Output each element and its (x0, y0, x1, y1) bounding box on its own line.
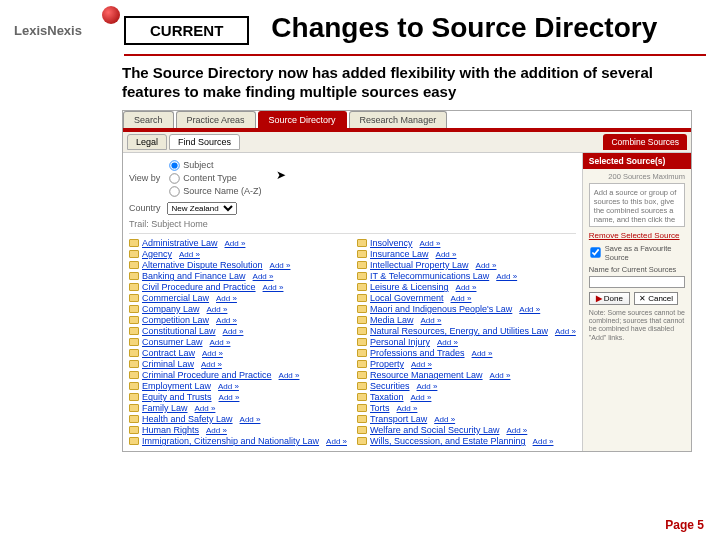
category-link[interactable]: Torts (370, 403, 390, 413)
category-link[interactable]: Agency (142, 249, 172, 259)
category-link[interactable]: Human Rights (142, 425, 199, 435)
category-link[interactable]: Commercial Law (142, 293, 209, 303)
add-link[interactable]: Add » (533, 437, 554, 446)
add-link[interactable]: Add » (223, 327, 244, 336)
add-link[interactable]: Add » (218, 382, 239, 391)
category-link[interactable]: Leisure & Licensing (370, 282, 449, 292)
add-link[interactable]: Add » (437, 338, 458, 347)
category-link[interactable]: Professions and Trades (370, 348, 465, 358)
add-link[interactable]: Add » (179, 250, 200, 259)
category-link[interactable]: Civil Procedure and Practice (142, 282, 256, 292)
viewby-option[interactable]: Source Name (A-Z) (168, 185, 261, 198)
add-link[interactable]: Add » (417, 382, 438, 391)
category-link[interactable]: Insurance Law (370, 249, 429, 259)
add-link[interactable]: Add » (225, 239, 246, 248)
category-link[interactable]: Equity and Trusts (142, 392, 212, 402)
add-link[interactable]: Add » (397, 404, 418, 413)
remove-selected-link[interactable]: Remove Selected Source (589, 231, 685, 240)
add-link[interactable]: Add » (434, 415, 455, 424)
category-link[interactable]: Transport Law (370, 414, 427, 424)
folder-icon (129, 250, 139, 258)
add-link[interactable]: Add » (490, 371, 511, 380)
category-link[interactable]: Company Law (142, 304, 200, 314)
name-input[interactable] (589, 276, 685, 288)
tab-source-directory[interactable]: Source Directory (258, 111, 347, 128)
viewby-radio[interactable] (170, 160, 180, 170)
add-link[interactable]: Add » (555, 327, 576, 336)
add-link[interactable]: Add » (421, 316, 442, 325)
folder-icon (129, 415, 139, 423)
tab-practice-areas[interactable]: Practice Areas (176, 111, 256, 128)
add-link[interactable]: Add » (216, 294, 237, 303)
category-link[interactable]: Media Law (370, 315, 414, 325)
category-link[interactable]: Family Law (142, 403, 188, 413)
category-link[interactable]: Welfare and Social Security Law (370, 425, 499, 435)
viewby-radio[interactable] (170, 173, 180, 183)
add-link[interactable]: Add » (195, 404, 216, 413)
category-link[interactable]: Immigration, Citizenship and Nationality… (142, 436, 319, 446)
category-link[interactable]: Administrative Law (142, 238, 218, 248)
category-link[interactable]: Natural Resources, Energy, and Utilities… (370, 326, 548, 336)
add-link[interactable]: Add » (519, 305, 540, 314)
country-select[interactable]: New Zealand (167, 202, 237, 215)
brand-globe-icon (102, 6, 120, 24)
category-link[interactable]: Banking and Finance Law (142, 271, 246, 281)
add-link[interactable]: Add » (201, 360, 222, 369)
category-link[interactable]: Criminal Procedure and Practice (142, 370, 272, 380)
category-link[interactable]: Taxation (370, 392, 404, 402)
category-link[interactable]: Consumer Law (142, 337, 203, 347)
category-link[interactable]: Employment Law (142, 381, 211, 391)
category-link[interactable]: Resource Management Law (370, 370, 483, 380)
add-link[interactable]: Add » (451, 294, 472, 303)
category-row: Transport LawAdd » (357, 414, 576, 425)
category-link[interactable]: Competition Law (142, 315, 209, 325)
viewby-radio[interactable] (170, 186, 180, 196)
add-link[interactable]: Add » (210, 338, 231, 347)
add-link[interactable]: Add » (253, 272, 274, 281)
category-link[interactable]: Property (370, 359, 404, 369)
category-link[interactable]: Maori and Indigenous People's Law (370, 304, 512, 314)
add-link[interactable]: Add » (506, 426, 527, 435)
done-button[interactable]: ▶Done (589, 292, 630, 305)
category-link[interactable]: IT & Telecommunications Law (370, 271, 489, 281)
add-link[interactable]: Add » (270, 261, 291, 270)
add-link[interactable]: Add » (216, 316, 237, 325)
category-link[interactable]: Insolvency (370, 238, 413, 248)
category-link[interactable]: Securities (370, 381, 410, 391)
viewby-option[interactable]: Content Type (168, 172, 261, 185)
category-link[interactable]: Alternative Dispute Resolution (142, 260, 263, 270)
add-link[interactable]: Add » (279, 371, 300, 380)
add-link[interactable]: Add » (476, 261, 497, 270)
add-link[interactable]: Add » (263, 283, 284, 292)
add-link[interactable]: Add » (472, 349, 493, 358)
add-link[interactable]: Add » (202, 349, 223, 358)
category-link[interactable]: Health and Safety Law (142, 414, 233, 424)
subtab-legal[interactable]: Legal (127, 134, 167, 150)
add-link[interactable]: Add » (436, 250, 457, 259)
add-link[interactable]: Add » (411, 393, 432, 402)
add-link[interactable]: Add » (219, 393, 240, 402)
tab-search[interactable]: Search (123, 111, 174, 128)
add-link[interactable]: Add » (456, 283, 477, 292)
category-link[interactable]: Wills, Succession, and Estate Planning (370, 436, 526, 446)
tab-research-manager[interactable]: Research Manager (349, 111, 448, 128)
category-link[interactable]: Personal Injury (370, 337, 430, 347)
category-link[interactable]: Criminal Law (142, 359, 194, 369)
category-link[interactable]: Constitutional Law (142, 326, 216, 336)
viewby-option[interactable]: Subject (168, 159, 261, 172)
add-link[interactable]: Add » (207, 305, 228, 314)
category-link[interactable]: Intellectual Property Law (370, 260, 469, 270)
add-link[interactable]: Add » (496, 272, 517, 281)
add-link[interactable]: Add » (206, 426, 227, 435)
add-link[interactable]: Add » (326, 437, 347, 446)
category-link[interactable]: Contract Law (142, 348, 195, 358)
subtab-find-sources[interactable]: Find Sources (169, 134, 240, 150)
add-link[interactable]: Add » (420, 239, 441, 248)
add-link[interactable]: Add » (411, 360, 432, 369)
category-link[interactable]: Local Government (370, 293, 444, 303)
add-link[interactable]: Add » (240, 415, 261, 424)
combine-sources-tab[interactable]: Combine Sources (603, 134, 687, 150)
favourite-checkbox[interactable] (590, 247, 600, 257)
category-row: Contract LawAdd » (129, 348, 347, 359)
cancel-button[interactable]: ✕ Cancel (634, 292, 678, 305)
